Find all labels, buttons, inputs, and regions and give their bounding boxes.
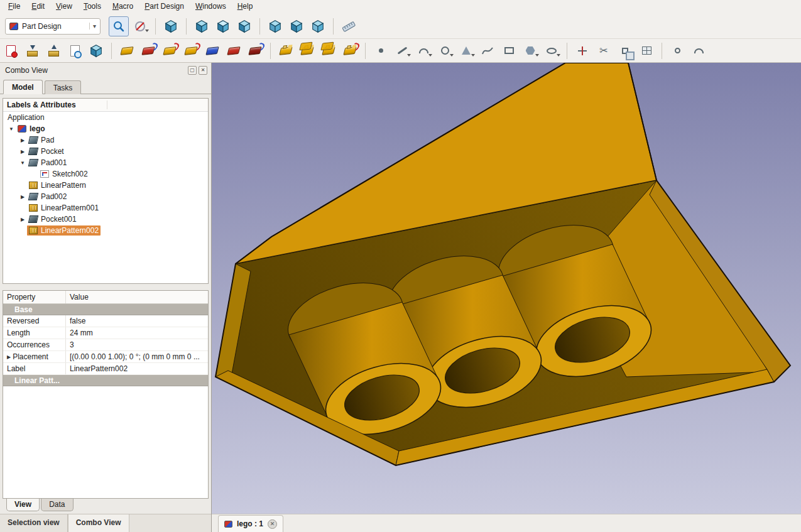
expander-down-icon[interactable]: ▼ (18, 160, 27, 166)
value-column-header: Value (66, 291, 208, 303)
document-tab-lego[interactable]: lego : 1 ✕ (218, 515, 283, 532)
menu-view[interactable]: View (50, 0, 78, 14)
subtractive-pipe-button[interactable] (224, 41, 244, 61)
linear-pattern-button[interactable] (297, 41, 317, 61)
datum-circle-button[interactable] (435, 41, 455, 61)
datum-arc-button[interactable] (413, 41, 433, 61)
additive-pipe-button[interactable] (202, 41, 222, 61)
create-body-button[interactable] (86, 41, 106, 61)
tree-item-pocket001[interactable]: ▶ Pocket001 (3, 214, 208, 225)
tree-item-linearpattern001[interactable]: LinearPattern001 (3, 202, 208, 214)
top-view-button[interactable] (213, 16, 233, 36)
primitive-cone-button[interactable] (456, 41, 476, 61)
spline-button[interactable] (477, 41, 498, 61)
external-geometry-button[interactable] (615, 41, 635, 61)
pocket-button[interactable] (138, 41, 158, 61)
chevron-down-icon (557, 54, 560, 58)
trim-button[interactable]: ✂ (594, 41, 614, 61)
expander-right-icon[interactable]: ▶ (18, 194, 27, 200)
property-row-length[interactable]: Length 24 mm (3, 327, 208, 339)
carbon-copy-button[interactable] (636, 41, 657, 61)
tree-item-pad001[interactable]: ▼ Pad001 (3, 157, 208, 168)
datum-line-button[interactable] (392, 41, 412, 61)
expander-right-icon[interactable]: ▶ (18, 149, 27, 155)
polar-pattern-button[interactable] (319, 41, 339, 61)
property-row-label[interactable]: Label LinearPattern002 (3, 363, 208, 375)
tree-item-pocket[interactable]: ▶ Pocket (3, 146, 208, 157)
pocket-icon (28, 148, 39, 155)
draw-style-button[interactable] (130, 16, 150, 36)
tab-model[interactable]: Model (3, 80, 43, 94)
freecad-window: File Edit View Tools Macro Part Design W… (0, 0, 801, 532)
property-row-occurrences[interactable]: Occurrences 3 (3, 339, 208, 351)
bottom-view-button[interactable] (286, 16, 307, 36)
cube-icon (290, 19, 303, 33)
front-view-button[interactable] (192, 16, 212, 36)
expander-down-icon[interactable]: ▼ (7, 126, 16, 132)
pattern-icon (29, 227, 38, 234)
tree-item-sketch002[interactable]: Sketch002 (3, 168, 208, 180)
tab-view[interactable]: View (6, 499, 40, 511)
tab-data[interactable]: Data (41, 499, 73, 511)
property-row-placement[interactable]: ▶Placement [(0.00 0.00 1.00); 0 °; (0 mm… (3, 351, 208, 363)
menu-part-design[interactable]: Part Design (139, 0, 190, 14)
tab-tasks[interactable]: Tasks (45, 80, 82, 94)
expander-right-icon[interactable]: ▶ (7, 354, 11, 360)
workbench-label: Part Design (22, 22, 85, 31)
tree-item-linearpattern002[interactable]: LinearPattern002 (3, 225, 208, 236)
tree-item-lego[interactable]: ▼ lego (3, 123, 208, 134)
tab-combo-view[interactable]: Combo View (68, 514, 129, 532)
construction-point-button[interactable] (667, 41, 687, 61)
tree-item-linearpattern[interactable]: LinearPattern (3, 180, 208, 191)
datum-coordinate-system-button[interactable] (572, 41, 592, 61)
expander-right-icon[interactable]: ▶ (18, 217, 27, 222)
overlap-squares-icon (622, 48, 628, 54)
tab-selection-view[interactable]: Selection view (0, 514, 68, 532)
tree-item-application[interactable]: Application (3, 112, 208, 123)
create-sketch-button[interactable] (1, 41, 21, 61)
close-document-icon[interactable]: ✕ (268, 519, 277, 529)
right-view-button[interactable] (234, 16, 254, 36)
menu-file[interactable]: File (3, 0, 26, 14)
axonometric-view-button[interactable] (161, 16, 181, 36)
cube-icon (237, 19, 251, 33)
rectangle-button[interactable] (499, 41, 519, 61)
mirrored-button[interactable] (276, 41, 296, 61)
rear-view-button[interactable] (265, 16, 285, 36)
left-view-button[interactable] (308, 16, 328, 36)
menu-tools[interactable]: Tools (78, 0, 107, 14)
pad-icon (28, 193, 39, 200)
expander-right-icon[interactable]: ▶ (18, 138, 27, 143)
property-row-reversed[interactable]: Reversed false (3, 315, 208, 327)
property-group-base[interactable]: Base (3, 304, 208, 315)
separator (567, 43, 567, 59)
pad-button[interactable] (117, 41, 137, 61)
validate-sketch-button[interactable] (65, 41, 85, 61)
polygon-button[interactable] (520, 41, 540, 61)
datum-point-button[interactable] (371, 41, 391, 61)
subtractive-helix-button[interactable] (245, 41, 265, 61)
menu-macro[interactable]: Macro (107, 0, 139, 14)
tree-item-pad[interactable]: ▶ Pad (3, 134, 208, 146)
ellipse-button[interactable] (542, 41, 562, 61)
menu-windows[interactable]: Windows (190, 0, 232, 14)
construction-arc-button[interactable] (689, 41, 709, 61)
grid-icon (642, 46, 651, 55)
import-button[interactable] (22, 41, 42, 61)
spline-icon (482, 46, 493, 55)
fit-all-button[interactable] (109, 16, 129, 36)
multi-transform-button[interactable] (340, 41, 360, 61)
menu-help[interactable]: Help (232, 0, 259, 14)
measure-distance-button[interactable] (339, 16, 359, 36)
export-button[interactable] (43, 41, 63, 61)
revolution-button[interactable] (160, 41, 180, 61)
3d-viewport[interactable] (212, 63, 801, 514)
export-icon (48, 51, 59, 57)
workbench-selector[interactable]: Part Design ▾ (5, 18, 101, 35)
groove-button[interactable] (181, 41, 201, 61)
tree-item-pad002[interactable]: ▶ Pad002 (3, 191, 208, 202)
float-panel-button[interactable]: ▢ (188, 66, 197, 75)
property-group-linear-pattern[interactable]: Linear Patt... (3, 375, 208, 386)
close-panel-button[interactable]: ✕ (199, 66, 207, 75)
menu-edit[interactable]: Edit (26, 0, 50, 14)
